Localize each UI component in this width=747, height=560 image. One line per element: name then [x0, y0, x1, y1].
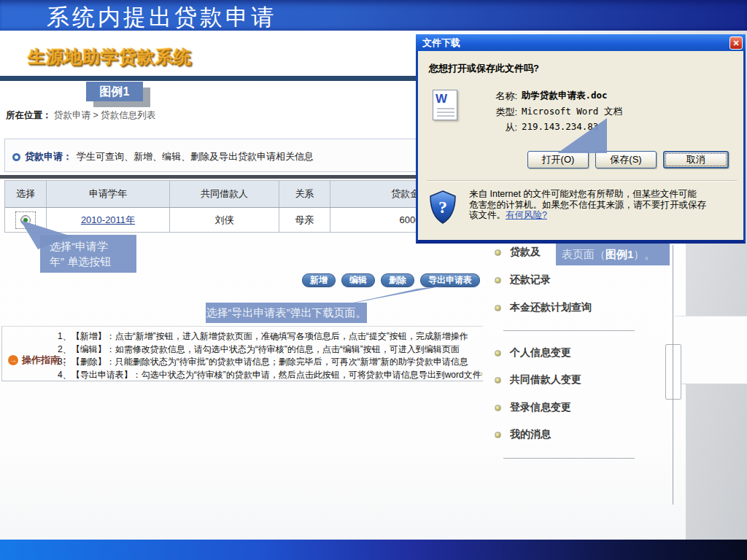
operation-guide-box: → 操作指南： 1、【新增】：点击“新增”按钮，进入新增贷款页面，准确填写各项信…: [1, 326, 483, 381]
warning-line: 该文件。: [469, 210, 506, 220]
callout-text-bold: 图例1: [605, 248, 633, 260]
bullet-icon: [495, 405, 501, 411]
file-name-field: 名称: 助学贷款申请表.doc: [418, 90, 739, 103]
guide-line: 4、【导出申请表】：勾选中状态为“待审核”的贷款申请，然后点击此按钮，可将贷款申…: [58, 369, 482, 382]
cancel-button[interactable]: 取消: [663, 151, 729, 168]
sidebar-item-coborrower-change[interactable]: 共同借款人变更: [495, 373, 581, 386]
svg-text:?: ?: [438, 198, 447, 217]
menu-label: 贷款及: [510, 246, 541, 259]
menu-divider: [503, 330, 635, 331]
arrow-right-icon: →: [8, 355, 18, 365]
page-right-border: [673, 245, 673, 505]
row-radio-button[interactable]: [15, 211, 36, 229]
action-button-row: 新增 编辑 删除 导出申请表: [302, 273, 480, 287]
year-cell: 2010-2011年: [47, 208, 170, 232]
bullet-icon: [495, 305, 501, 311]
dialog-titlebar[interactable]: 文件下载 ✕: [416, 34, 746, 51]
callout-radio: 选择“申请学 年” 单选按钮: [40, 235, 136, 273]
field-label: 名称:: [418, 90, 517, 103]
open-button[interactable]: 打开(O): [527, 151, 589, 168]
warning-line: 危害您的计算机。如果您不信任其来源，请不要打开或保存: [469, 200, 739, 211]
sidebar-item-loan[interactable]: 贷款及: [495, 246, 541, 259]
intro-text: 学生可查询、新增、编辑、删除及导出贷款申请相关信息: [77, 150, 314, 163]
col-header-select: 选择: [5, 181, 47, 207]
bullet-icon: [495, 350, 501, 357]
file-type-field: 类型: Microsoft Word 文档: [418, 106, 739, 119]
field-label: 从:: [418, 121, 517, 134]
intro-label: 贷款申请：: [25, 150, 72, 163]
breadcrumb: 所在位置： 贷款申请 > 贷款信息列表: [6, 109, 155, 122]
callout-text: ）。: [633, 248, 655, 260]
coborrower-cell: 刘侠: [170, 208, 279, 232]
year-link[interactable]: 2010-2011年: [81, 214, 135, 227]
relation-cell: 母亲: [279, 208, 330, 232]
page-title: 系统内提出贷款申请: [47, 2, 276, 33]
menu-label: 本金还款计划查询: [510, 301, 592, 314]
slide: 生源地助学贷款系统 所在位置： 贷款申请 > 贷款信息列表 贷款申请： 学生可查…: [0, 0, 747, 560]
menu-divider: [503, 458, 635, 459]
callout-text: 选择“导出申请表”弹出下载页面。: [206, 306, 367, 319]
save-button[interactable]: 保存(S): [595, 151, 657, 168]
col-header-year: 申请学年: [47, 181, 170, 207]
menu-label: 我的消息: [510, 428, 551, 441]
breadcrumb-prefix: 所在位置：: [6, 110, 52, 120]
sidebar-item-login-info[interactable]: 登录信息变更: [495, 401, 571, 414]
warning-line: 来自 Internet 的文件可能对您有所帮助，但某些文件可能: [469, 189, 739, 200]
col-header-relation: 关系: [279, 181, 330, 207]
file-source-field: 从: 219.143.234.83: [418, 121, 739, 134]
radio-selected-dot: [23, 218, 28, 222]
app-logo: 生源地助学贷款系统: [28, 45, 192, 69]
callout-text: 年” 单选按钮: [50, 254, 136, 269]
ring-bullet-icon: [12, 153, 20, 161]
callout-text: 表页面（: [562, 248, 605, 260]
sidebar-item-messages[interactable]: 我的消息: [495, 428, 551, 441]
panel-fragment: [665, 344, 681, 400]
panel-fragment: [675, 316, 747, 384]
menu-label: 个人信息变更: [510, 346, 571, 359]
slide-bottom-bar: [0, 540, 747, 560]
guide-line: 3、【删除】：只能删除状态为“待审批”的贷款申请信息；删除完毕后，可再次“新增”…: [58, 356, 482, 369]
dialog-separator: [427, 180, 737, 182]
menu-label: 登录信息变更: [510, 401, 571, 414]
bullet-icon: [495, 249, 501, 256]
sidebar-item-principal-plan[interactable]: 本金还款计划查询: [495, 301, 592, 314]
risk-link[interactable]: 有何风险?: [506, 210, 547, 220]
sidebar-item-personal-info[interactable]: 个人信息变更: [495, 346, 571, 359]
select-cell: [5, 208, 47, 232]
callout-legend-ref: 表页面（图例1）。: [556, 244, 670, 265]
slide-title-bar: 系统内提出贷款申请: [0, 0, 747, 31]
field-value: Microsoft Word 文档: [522, 106, 622, 119]
col-header-coborrower: 共同借款人: [170, 181, 279, 207]
field-value: 219.143.234.83: [522, 121, 598, 134]
dialog-question: 您想打开或保存此文件吗?: [429, 62, 539, 75]
bullet-icon: [495, 432, 501, 438]
add-button[interactable]: 新增: [302, 273, 336, 287]
bullet-icon: [495, 277, 501, 284]
menu-label: 共同借款人变更: [510, 373, 581, 386]
security-shield-icon: ?: [427, 190, 458, 225]
bullet-icon: [495, 377, 501, 384]
breadcrumb-path: 贷款申请 > 贷款信息列表: [54, 110, 155, 120]
guide-line: 2、【编辑】：如需修改贷款信息，请勾选中状态为“待审核”的信息，点击“编辑”按钮…: [58, 343, 482, 357]
callout-export: 选择“导出申请表”弹出下载页面。: [206, 303, 367, 323]
guide-lines: 1、【新增】：点击“新增”按钮，进入新增贷款页面，准确填写各项信息后，点击“提交…: [58, 330, 482, 381]
dialog-warning: 来自 Internet 的文件可能对您有所帮助，但某些文件可能 危害您的计算机。…: [469, 189, 739, 221]
export-form-button[interactable]: 导出申请表: [420, 273, 480, 287]
legend-badge: 图例1: [86, 82, 143, 101]
callout-text: 选择“申请学: [50, 238, 136, 254]
guide-line: 1、【新增】：点击“新增”按钮，进入新增贷款页面，准确填写各项信息后，点击“提交…: [58, 330, 482, 343]
close-icon[interactable]: ✕: [729, 36, 743, 50]
edit-button[interactable]: 编辑: [341, 273, 375, 287]
dialog-title: 文件下载: [422, 36, 729, 50]
delete-button[interactable]: 删除: [381, 273, 414, 287]
field-label: 类型:: [418, 106, 517, 119]
field-value: 助学贷款申请表.doc: [522, 90, 608, 103]
sidebar-item-repayment-record[interactable]: 还款记录: [495, 273, 551, 287]
menu-label: 还款记录: [510, 273, 551, 287]
file-download-dialog: 文件下载 ✕ 您想打开或保存此文件吗? W 名称: 助学贷款申请表.doc 类型…: [416, 34, 746, 244]
